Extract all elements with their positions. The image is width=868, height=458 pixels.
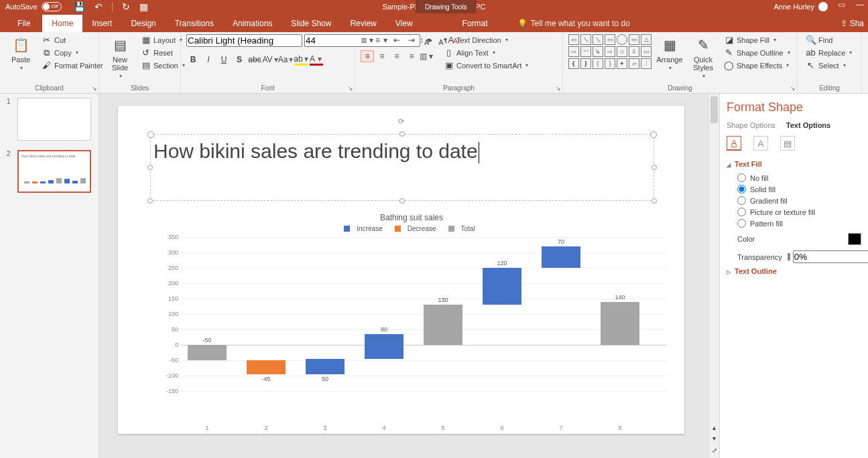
radio-gradient-fill[interactable]: Gradient fill	[737, 196, 861, 205]
tab-transitions[interactable]: Transitions	[166, 15, 223, 32]
align-left-button[interactable]: ≡	[361, 50, 374, 62]
shadow-button[interactable]: S	[233, 54, 246, 66]
tab-home[interactable]: Home	[42, 15, 82, 32]
char-spacing-button[interactable]: AV▾	[263, 54, 277, 66]
align-right-button[interactable]: ≡	[390, 50, 404, 62]
next-slide-button[interactable]: ▾	[709, 435, 719, 442]
text-direction-button[interactable]: ↕AText Direction▾	[441, 34, 531, 46]
user-name[interactable]: Anne Hurley	[773, 3, 814, 11]
minimize-icon[interactable]: —	[856, 0, 864, 9]
copy-button[interactable]: ⧉Copy▾	[39, 47, 106, 58]
shape-arrow[interactable]: ⇨	[568, 46, 579, 57]
resize-handle[interactable]	[652, 198, 657, 204]
bullets-button[interactable]: ≣▾	[361, 34, 374, 46]
start-from-beginning-icon[interactable]: ▦	[139, 1, 148, 12]
radio-pattern-fill[interactable]: Pattern fill	[737, 219, 861, 228]
replace-button[interactable]: abReplace▾	[803, 47, 855, 58]
ribbon-options-icon[interactable]: ▭	[838, 0, 845, 9]
decrease-indent-button[interactable]: ⇤	[390, 34, 404, 46]
shape-brace2[interactable]: ❵	[580, 58, 591, 69]
change-case-button[interactable]: Aa▾	[279, 54, 292, 66]
cut-button[interactable]: ✂Cut	[39, 34, 106, 46]
tab-insert[interactable]: Insert	[82, 15, 121, 32]
vertical-scrollbar[interactable]: ▴ ▾ ⤢	[708, 94, 719, 458]
underline-button[interactable]: U	[217, 54, 231, 66]
tab-view[interactable]: View	[386, 15, 422, 32]
clipboard-dialog-launcher[interactable]: ↘	[92, 85, 97, 92]
convert-smartart-button[interactable]: ▣Convert to SmartArt▾	[441, 60, 531, 71]
undo-icon[interactable]: ↶	[95, 1, 103, 12]
text-effects-icon[interactable]: A	[753, 136, 768, 151]
align-center-button[interactable]: ≡	[375, 50, 389, 62]
tab-format[interactable]: Format	[453, 15, 497, 32]
justify-button[interactable]: ≡	[405, 50, 418, 62]
strike-button[interactable]: abc	[248, 54, 261, 66]
arrange-button[interactable]: ▦ Arrange▾	[654, 34, 685, 72]
font-name-combo[interactable]	[186, 34, 302, 47]
slide-thumbnail-pane[interactable]: 1 2 How bikini sales are trending to dat…	[0, 94, 99, 458]
shapes-gallery[interactable]: ▭＼＼▭▭△ ⇨〰↳⇨☆⇩▭ ❴❵()✦▱⋮	[568, 34, 652, 69]
shape-paren2[interactable]: )	[605, 58, 615, 69]
paste-button[interactable]: 📋 Paste▾	[5, 34, 36, 72]
fit-slide-button[interactable]: ⤢	[709, 447, 719, 454]
slide-thumbnail-1[interactable]	[17, 98, 91, 141]
radio-no-fill[interactable]: No fill	[737, 173, 861, 182]
tell-me-search[interactable]: 💡 Tell me what you want to do	[517, 15, 630, 32]
increase-indent-button[interactable]: ⇥	[405, 34, 418, 46]
shape-oval[interactable]	[617, 34, 627, 45]
paragraph-dialog-launcher[interactable]: ↘	[556, 85, 561, 92]
tab-slideshow[interactable]: Slide Show	[282, 15, 340, 32]
resize-handle[interactable]	[652, 165, 657, 170]
shape-callout[interactable]: ▱	[629, 58, 639, 69]
font-dialog-launcher[interactable]: ↘	[348, 85, 353, 92]
highlight-button[interactable]: ab▾	[294, 54, 308, 66]
shape-brace[interactable]: ❴	[568, 58, 579, 69]
section-text-outline[interactable]: Text Outline	[727, 267, 861, 275]
find-button[interactable]: 🔍Find	[803, 34, 855, 46]
shape-curve[interactable]: 〰	[580, 46, 591, 57]
shape-arrow3[interactable]: ⇩	[629, 46, 639, 57]
save-icon[interactable]: 💾	[74, 1, 85, 12]
select-button[interactable]: ↖Select▾	[803, 60, 855, 71]
textbox-icon[interactable]: ▤	[780, 136, 795, 151]
resize-handle[interactable]	[399, 131, 405, 137]
quick-styles-button[interactable]: ✎ Quick Styles▾	[688, 34, 719, 80]
slide-title-text[interactable]: How bikini sales are trending to date	[153, 140, 478, 162]
section-button[interactable]: ▤Section▾	[138, 60, 188, 71]
title-textbox[interactable]: ⟳ How bikini sales are trending to date	[150, 134, 654, 201]
shape-fill-button[interactable]: ◪Shape Fill▾	[721, 34, 793, 46]
prev-slide-button[interactable]: ▴	[709, 424, 719, 431]
shape-tri[interactable]: △	[641, 34, 652, 45]
rotate-handle-icon[interactable]: ⟳	[398, 117, 406, 125]
font-color-button[interactable]: A▾	[310, 54, 323, 66]
shape-rect2[interactable]: ▭	[605, 34, 615, 45]
shape-line2[interactable]: ＼	[593, 34, 603, 45]
shapes-more[interactable]: ⋮	[641, 58, 652, 69]
text-fill-outline-icon[interactable]: A	[727, 136, 741, 151]
shape-rect4[interactable]: ▭	[641, 46, 652, 57]
chart[interactable]: Bathing suit sales IncreaseDecreaseTotal…	[157, 213, 666, 414]
italic-button[interactable]: I	[202, 54, 215, 66]
shape-paren[interactable]: (	[593, 58, 603, 69]
new-slide-button[interactable]: ▤ New Slide▾	[105, 34, 135, 80]
numbering-button[interactable]: ≡▾	[375, 34, 389, 46]
redo-icon[interactable]: ↻	[122, 1, 130, 12]
shape-arrow2[interactable]: ⇨	[605, 46, 615, 57]
shape-star2[interactable]: ✦	[617, 58, 627, 69]
shape-effects-button[interactable]: ◯Shape Effects▾	[721, 60, 793, 71]
tab-review[interactable]: Review	[340, 15, 385, 32]
shape-outline-button[interactable]: ✎Shape Outline▾	[721, 47, 793, 58]
slide-thumbnail-2[interactable]: How bikini sales are trending to date	[17, 150, 91, 193]
pane-tab-shape-options[interactable]: Shape Options	[727, 121, 776, 129]
shape-rect[interactable]: ▭	[568, 34, 579, 45]
resize-handle[interactable]	[147, 165, 153, 170]
resize-handle[interactable]	[147, 198, 153, 204]
tab-animations[interactable]: Animations	[223, 15, 282, 32]
shape-star[interactable]: ☆	[617, 46, 627, 57]
radio-solid-fill[interactable]: Solid fill	[737, 185, 861, 194]
transparency-input[interactable]	[793, 250, 868, 263]
align-text-button[interactable]: ▯Align Text▾	[441, 47, 531, 58]
columns-button[interactable]: ▥▾	[420, 50, 433, 62]
radio-picture-fill[interactable]: Picture or texture fill	[737, 208, 861, 216]
avatar[interactable]	[818, 2, 828, 11]
